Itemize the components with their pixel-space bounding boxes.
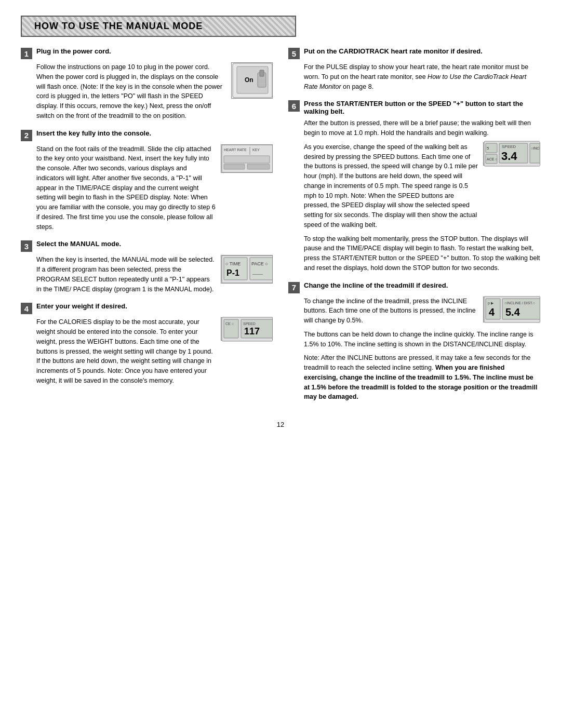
- svg-rect-11: [247, 164, 270, 169]
- step-7-para3: Note: After the INCLINE buttons are pres…: [304, 353, 540, 402]
- step-6-para2: As you exercise, change the speed of the…: [304, 142, 478, 230]
- step-2-title: Insert the key fully into the console.: [36, 129, 151, 137]
- page-number: 12: [21, 421, 540, 428]
- step-7-content: To change the incline of the treadmill, …: [304, 296, 540, 402]
- svg-text:ACE ○: ACE ○: [487, 157, 498, 161]
- svg-text:KEY: KEY: [252, 148, 260, 152]
- step-3-content-with-img: When the key is inserted, the MANUAL mod…: [36, 255, 273, 294]
- step-4-content: For the CALORIES display to be the most …: [36, 317, 273, 385]
- step-6-title: Press the START/ENTER button or the SPEE…: [304, 100, 540, 115]
- step-3-number: 3: [21, 240, 32, 252]
- step-6-image: 5 ACE ○ SPEED 3.4 ○INCLI: [483, 142, 540, 166]
- speed-display-svg: 5 ACE ○ SPEED 3.4 ○INCLI: [484, 141, 540, 167]
- svg-text:p ▶: p ▶: [488, 301, 494, 305]
- svg-text:5: 5: [487, 146, 489, 151]
- step-6-para3: To stop the walking belt momentarily, pr…: [304, 234, 540, 273]
- svg-text:HEART RATE: HEART RATE: [224, 148, 247, 152]
- step-1-content-with-img: Follow the instructions on page 10 to pl…: [36, 62, 273, 121]
- step-1-number: 1: [21, 48, 32, 59]
- step-6-content-with-img: As you exercise, change the speed of the…: [304, 142, 540, 230]
- step-1-text: Follow the instructions on page 10 to pl…: [36, 62, 226, 121]
- weight-display-svg: CE ○ SPEED 117: [221, 317, 272, 342]
- step-2-heading: 2 Insert the key fully into the console.: [21, 129, 273, 141]
- step-2-section: 2 Insert the key fully into the console.…: [21, 129, 273, 232]
- svg-text:5.4: 5.4: [505, 306, 520, 318]
- step-4-text: For the CALORIES display to be the most …: [36, 317, 216, 385]
- svg-text:SPEED: SPEED: [502, 144, 516, 149]
- step-3-title: Select the MANUAL mode.: [36, 240, 121, 248]
- step-4-heading: 4 Enter your weight if desired.: [21, 302, 273, 314]
- step-5-para1-end: on page 8.: [341, 83, 374, 90]
- step-1-section: 1 Plug in the power cord. Follow the ins…: [21, 47, 273, 121]
- step-7-content-with-img: To change the incline of the treadmill, …: [304, 296, 540, 326]
- step-3-content: When the key is inserted, the MANUAL mod…: [36, 255, 273, 294]
- step-1-content: Follow the instructions on page 10 to pl…: [36, 62, 273, 121]
- svg-text:CE ○: CE ○: [225, 322, 234, 326]
- step-6-section: 6 Press the START/ENTER button or the SP…: [288, 100, 540, 273]
- step-3-section: 3 Select the MANUAL mode. When the key i…: [21, 240, 273, 294]
- svg-text:SPEED: SPEED: [243, 322, 256, 326]
- step-7-number: 7: [288, 282, 300, 293]
- step-2-content-with-img: Stand on the foot rails of the treadmill…: [36, 144, 273, 232]
- header-banner: HOW TO USE THE MANUAL MODE: [21, 16, 296, 37]
- svg-text:——: ——: [252, 271, 263, 277]
- svg-text:○INCLINE / DIST.○: ○INCLINE / DIST.○: [504, 301, 535, 305]
- step-3-heading: 3 Select the MANUAL mode.: [21, 240, 273, 252]
- step-5-heading: 5 Put on the CARDIOTRACK heart rate moni…: [288, 47, 540, 59]
- step-4-para1: For the CALORIES display to be the most …: [36, 318, 213, 384]
- step-5-number: 5: [288, 48, 300, 59]
- step-2-text: Stand on the foot rails of the treadmill…: [36, 144, 216, 232]
- on-switch-svg: On: [232, 62, 272, 99]
- step-4-image: CE ○ SPEED 117: [221, 317, 273, 341]
- step-5-section: 5 Put on the CARDIOTRACK heart rate moni…: [288, 47, 540, 91]
- step-2-number: 2: [21, 130, 32, 141]
- step-3-image: ○ TIME P-1 PACE ○ ——: [221, 255, 273, 284]
- svg-text:PACE ○: PACE ○: [251, 261, 268, 266]
- step-2-content: Stand on the foot rails of the treadmill…: [36, 144, 273, 232]
- step-3-text: When the key is inserted, the MANUAL mod…: [36, 255, 216, 294]
- step-7-para1: To change the incline of the treadmill, …: [304, 296, 478, 326]
- step-4-content-with-img: For the CALORIES display to be the most …: [36, 317, 273, 385]
- svg-text:4: 4: [489, 306, 495, 318]
- left-column: 1 Plug in the power cord. Follow the ins…: [21, 47, 273, 410]
- step-7-heading: 7 Change the incline of the treadmill if…: [288, 281, 540, 293]
- step-4-section: 4 Enter your weight if desired. For the …: [21, 302, 273, 385]
- svg-text:3.4: 3.4: [501, 150, 517, 163]
- step-3-para1: When the key is inserted, the MANUAL mod…: [36, 256, 215, 292]
- step-1-para1: Follow the instructions on page 10 to pl…: [36, 63, 222, 119]
- svg-rect-10: [224, 164, 245, 169]
- step-4-title: Enter your weight if desired.: [36, 302, 127, 310]
- svg-rect-4: [260, 70, 264, 76]
- svg-text:P-1: P-1: [226, 268, 239, 277]
- svg-text:On: On: [245, 76, 253, 84]
- step-6-number: 6: [288, 100, 300, 112]
- step-1-image: On: [231, 62, 273, 99]
- step-6-heading: 6 Press the START/ENTER button or the SP…: [288, 100, 540, 115]
- step-6-content: After the button is pressed, there will …: [304, 118, 540, 273]
- incline-display-svg: p ▶ 4 ○INCLINE / DIST.○ 5.4: [484, 296, 540, 323]
- keypad-svg: HEART RATE KEY: [221, 144, 272, 173]
- svg-text:117: 117: [244, 326, 260, 336]
- step-2-image: HEART RATE KEY: [221, 144, 273, 173]
- step-5-title: Put on the CARDIOTRACK heart rate monito…: [304, 47, 483, 55]
- right-column: 5 Put on the CARDIOTRACK heart rate moni…: [288, 47, 540, 410]
- step-5-content: For the PULSE display to show your heart…: [304, 62, 540, 91]
- step-7-para2: The buttons can be held down to change t…: [304, 330, 540, 349]
- step-7-section: 7 Change the incline of the treadmill if…: [288, 281, 540, 402]
- step-1-heading: 1 Plug in the power cord.: [21, 47, 273, 59]
- step-2-para1: Stand on the foot rails of the treadmill…: [36, 145, 216, 231]
- step-7-title: Change the incline of the treadmill if d…: [304, 281, 448, 289]
- step-1-title: Plug in the power cord.: [36, 47, 111, 55]
- step-4-number: 4: [21, 303, 32, 314]
- svg-rect-9: [224, 156, 270, 163]
- step-7-image: p ▶ 4 ○INCLINE / DIST.○ 5.4: [483, 296, 540, 322]
- svg-text:○ TIME: ○ TIME: [225, 261, 241, 266]
- p1-display-svg: ○ TIME P-1 PACE ○ ——: [221, 255, 272, 284]
- two-column-layout: 1 Plug in the power cord. Follow the ins…: [21, 47, 540, 410]
- step-6-para1: After the button is pressed, there will …: [304, 118, 540, 138]
- page-container: HOW TO USE THE MANUAL MODE 1 Plug in the…: [21, 16, 540, 428]
- svg-text:○INCLI: ○INCLI: [531, 146, 540, 150]
- header-title: HOW TO USE THE MANUAL MODE: [30, 19, 207, 33]
